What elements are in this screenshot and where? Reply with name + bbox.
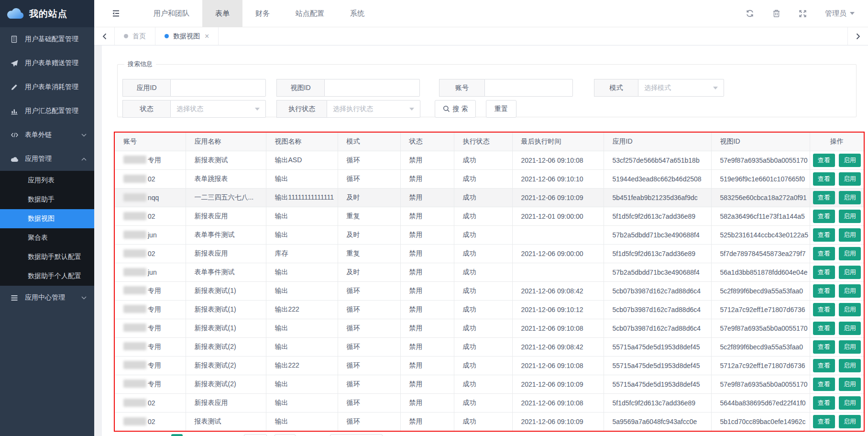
table-row: 02表单跳报表输出循环禁用成功2021-12-06 09:10:1051944e… [115, 169, 864, 188]
top-nav-tab[interactable]: 表单 [202, 0, 242, 27]
chevron-right-icon[interactable] [847, 27, 868, 45]
top-nav-tab[interactable]: 用户和团队 [141, 0, 202, 27]
enable-button[interactable]: 启用 [839, 191, 861, 204]
sidebar-item[interactable]: 应用管理 [0, 147, 94, 171]
exec-status-select[interactable]: 选择执行状态 [327, 100, 420, 118]
sidebar-item[interactable]: 用户汇总配置管理 [0, 99, 94, 123]
table-cell: 新报表测试(2) [186, 356, 266, 375]
view-button[interactable]: 查看 [813, 266, 835, 279]
table-cell: 禁用 [400, 151, 454, 169]
view-button[interactable]: 查看 [813, 191, 835, 204]
view-button[interactable]: 查看 [813, 247, 835, 260]
table-cell: 583256e60cbca18a272a0f91 [711, 188, 810, 207]
search-field-mode: 模式选择模式 [594, 79, 724, 97]
sidebar-subitem[interactable]: 数据助手 [0, 190, 94, 209]
enable-button[interactable]: 启用 [839, 266, 861, 279]
enable-button[interactable]: 启用 [839, 415, 861, 428]
action-cell: 查看启用 [810, 300, 864, 319]
top-nav-tab[interactable]: 站点配置 [283, 0, 337, 27]
reset-button[interactable]: 重置 [486, 100, 516, 118]
pagination-box[interactable] [275, 434, 296, 436]
mode-select[interactable]: 选择模式 [638, 79, 724, 97]
sidebar-item[interactable]: 用户表单赠送管理 [0, 51, 94, 75]
fullscreen-icon[interactable] [799, 10, 807, 18]
refresh-icon[interactable] [746, 9, 754, 18]
sidebar-item[interactable]: 应用中心管理 [0, 286, 94, 310]
table-cell: 一二三四五六七八... [186, 188, 266, 207]
pagination-page-size-select[interactable] [330, 434, 383, 436]
table-cell: 5f7de789784545873ea279f7 [711, 244, 810, 263]
view-button[interactable]: 查看 [813, 228, 835, 242]
enable-button[interactable]: 启用 [839, 303, 861, 316]
account-cell: 02 [115, 244, 186, 263]
account-cell: 02 [115, 412, 186, 431]
sidebar-item[interactable]: 用户表单消耗管理 [0, 75, 94, 99]
menu-collapse-icon[interactable] [111, 9, 121, 18]
page-tabs: 首页数据视图× [115, 27, 219, 45]
view-button[interactable]: 查看 [813, 284, 835, 298]
table-cell: 库存 [266, 244, 338, 263]
view-button[interactable]: 查看 [813, 322, 835, 335]
page-tab[interactable]: 数据视图× [155, 27, 219, 45]
enable-button[interactable]: 启用 [839, 172, 861, 186]
trash-icon[interactable] [772, 9, 780, 18]
view-button[interactable]: 查看 [813, 210, 835, 223]
view-button[interactable]: 查看 [813, 359, 835, 372]
page-tab[interactable]: 首页 [115, 27, 155, 45]
enable-button[interactable]: 启用 [839, 322, 861, 335]
enable-button[interactable]: 启用 [839, 340, 861, 354]
table-cell: 成功 [454, 188, 512, 207]
view-id-input[interactable] [324, 79, 420, 97]
table-cell: 输出 [266, 393, 338, 412]
table-cell: 5b1cd70cc89bac0efe14962c [711, 412, 810, 431]
top-nav-tab[interactable]: 财务 [242, 0, 283, 27]
table-cell: 57b2a5dbdd71bc3e490688f4 [604, 225, 711, 244]
sidebar-item[interactable]: 表单外链 [0, 123, 94, 147]
column-header: 账号 [115, 133, 186, 151]
page-tab-label: 数据视图 [173, 32, 200, 41]
app-id-input[interactable] [170, 79, 266, 97]
table-cell: 5c2f899f6becd9a55a53faa0 [711, 337, 810, 356]
status-select[interactable]: 选择状态 [170, 100, 266, 118]
pagination-active-page[interactable] [171, 434, 183, 436]
view-button[interactable]: 查看 [813, 154, 835, 167]
user-menu[interactable]: 管理员 [825, 9, 855, 18]
table-cell: 报表测试 [186, 412, 266, 431]
view-button[interactable]: 查看 [813, 340, 835, 354]
sidebar-subitem[interactable]: 数据视图 [0, 209, 94, 228]
enable-button[interactable]: 启用 [839, 396, 861, 410]
pagination-box[interactable] [244, 434, 267, 436]
enable-button[interactable]: 启用 [839, 359, 861, 372]
enable-button[interactable]: 启用 [839, 284, 861, 298]
account-suffix: jun [148, 231, 157, 239]
table-cell: 57e9f87a6935a5b0a0055170 [711, 319, 810, 337]
sidebar-subitem[interactable]: 数据助手个人配置 [0, 267, 94, 286]
tab-close-icon[interactable]: × [205, 33, 209, 40]
view-button[interactable]: 查看 [813, 303, 835, 316]
view-button[interactable]: 查看 [813, 378, 835, 391]
sidebar-item[interactable]: 用户基础配置管理 [0, 27, 94, 51]
column-header: 视图ID [711, 133, 810, 151]
top-nav-tab[interactable]: 系统 [337, 0, 377, 27]
view-button[interactable]: 查看 [813, 396, 835, 410]
sidebar-subitem[interactable]: 应用列表 [0, 171, 94, 190]
chevron-down-icon [409, 108, 414, 111]
table-cell: 禁用 [400, 207, 454, 225]
enable-button[interactable]: 启用 [839, 228, 861, 242]
account-cell: 02 [115, 393, 186, 412]
table-cell: 输出 [266, 412, 338, 431]
enable-button[interactable]: 启用 [839, 378, 861, 391]
enable-button[interactable]: 启用 [839, 154, 861, 167]
enable-button[interactable]: 启用 [839, 247, 861, 260]
table-cell: 循环 [338, 281, 400, 300]
enable-button[interactable]: 启用 [839, 210, 861, 223]
sidebar-subitem[interactable]: 数据助手默认配置 [0, 247, 94, 267]
sidebar-subitem[interactable]: 聚合表 [0, 228, 94, 247]
account-input[interactable] [484, 79, 573, 97]
search-button[interactable]: 搜 索 [435, 100, 476, 118]
view-button[interactable]: 查看 [813, 415, 835, 428]
table-row: 专用新报表测试(1)输出循环禁用成功2021-12-06 09:08:425cb… [115, 281, 864, 300]
view-button[interactable]: 查看 [813, 172, 835, 186]
column-header: 视图名称 [266, 133, 338, 151]
chevron-left-icon[interactable] [94, 27, 115, 45]
